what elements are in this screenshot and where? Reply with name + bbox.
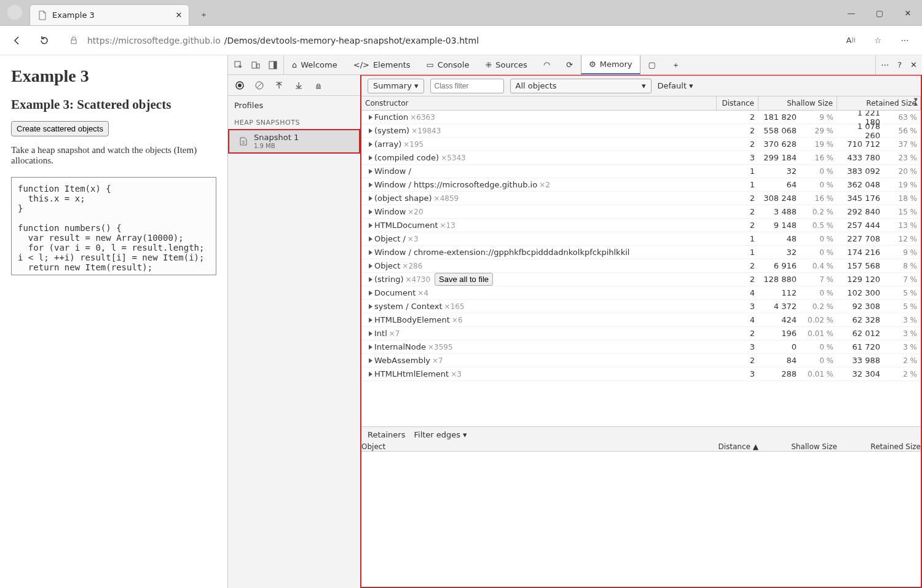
constructor-name: InternalNode xyxy=(374,342,426,351)
tab-console[interactable]: ▭Console xyxy=(419,55,478,74)
retainers-header-retained[interactable]: Retained Size xyxy=(837,442,921,451)
snapshot-item[interactable]: Snapshot 1 1.9 MB xyxy=(228,129,360,154)
table-row[interactable]: (system) ×19843 2 558 068 29 % 1 078 260… xyxy=(361,124,921,138)
devtools-inspect-group xyxy=(228,55,284,74)
header-retained-size[interactable]: Retained Size▼▲ xyxy=(837,96,921,110)
expand-icon[interactable] xyxy=(369,250,372,255)
favorites-icon[interactable]: ☆ xyxy=(867,29,889,52)
expand-icon[interactable] xyxy=(369,331,372,336)
clear-icon[interactable] xyxy=(254,80,265,91)
constructor-name: (string) xyxy=(374,275,403,284)
address-bar[interactable]: https://microsoftedge.github.io/Demos/de… xyxy=(64,31,831,50)
expand-icon[interactable] xyxy=(369,210,372,214)
table-row[interactable]: Object / ×3 1 48 0 % 227 708 12 % xyxy=(361,232,921,246)
profile-avatar-icon[interactable] xyxy=(7,5,22,20)
table-row[interactable]: Window / https://microsoftedge.github.io… xyxy=(361,178,921,192)
tab-performance-icon[interactable]: ⟳ xyxy=(558,55,581,74)
expand-icon[interactable] xyxy=(369,169,372,174)
tab-memory[interactable]: ⚙Memory xyxy=(581,55,640,74)
dock-side-icon[interactable] xyxy=(267,60,278,71)
devtools-more-icon[interactable]: ⋯ xyxy=(881,60,889,69)
constructor-name: HTMLDocument xyxy=(374,221,438,230)
garbage-collect-icon[interactable] xyxy=(313,80,324,91)
record-icon[interactable] xyxy=(234,80,245,91)
window-minimize-button[interactable]: — xyxy=(837,0,865,26)
table-row[interactable]: InternalNode ×3595 3 0 0 % 61 720 3 % xyxy=(361,340,921,354)
browser-tab[interactable]: Example 3 ✕ xyxy=(30,4,189,25)
device-mode-icon[interactable] xyxy=(250,60,261,71)
expand-icon[interactable] xyxy=(369,277,372,282)
expand-icon[interactable] xyxy=(369,142,372,147)
new-tab-button[interactable]: ＋ xyxy=(194,6,213,24)
save-all-to-file-button[interactable]: Save all to file xyxy=(435,273,493,286)
header-shallow-size[interactable]: Shallow Size xyxy=(758,96,837,110)
read-aloud-icon[interactable]: A)) xyxy=(840,29,862,52)
inspect-element-icon[interactable] xyxy=(233,60,244,71)
expand-icon[interactable] xyxy=(369,223,372,228)
retainers-header-distance[interactable]: Distance ▲ xyxy=(704,442,758,451)
expand-icon[interactable] xyxy=(369,115,372,120)
scope-select[interactable]: All objects▾ xyxy=(510,79,652,93)
filter-edges-select[interactable]: Filter edges ▾ xyxy=(414,430,467,439)
table-row[interactable]: (compiled code) ×5343 3 299 184 16 % 433… xyxy=(361,151,921,165)
site-lock-icon[interactable] xyxy=(64,31,84,50)
retained-size-percent: 3 % xyxy=(884,343,921,351)
expand-icon[interactable] xyxy=(369,372,372,377)
table-row[interactable]: (array) ×195 2 370 628 19 % 710 712 37 % xyxy=(361,138,921,151)
table-row[interactable]: HTMLDocument ×13 2 9 148 0.5 % 257 444 1… xyxy=(361,219,921,232)
window-close-button[interactable]: ✕ xyxy=(894,0,922,26)
load-up-icon[interactable] xyxy=(274,80,285,91)
back-button[interactable] xyxy=(6,29,28,52)
retained-size-value: 62 328 xyxy=(837,315,884,324)
expand-icon[interactable] xyxy=(369,358,372,363)
expand-icon[interactable] xyxy=(369,237,372,241)
distance-value: 2 xyxy=(717,261,758,270)
display-select[interactable]: Default ▾ xyxy=(658,81,693,90)
view-select[interactable]: Summary ▾ xyxy=(368,79,424,93)
table-row[interactable]: (object shape) ×4859 2 308 248 16 % 345 … xyxy=(361,192,921,205)
tab-welcome[interactable]: ⌂Welcome xyxy=(284,55,345,74)
expand-icon[interactable] xyxy=(369,264,372,269)
download-icon[interactable] xyxy=(293,80,304,91)
refresh-button[interactable] xyxy=(33,29,55,52)
retainers-header-shallow[interactable]: Shallow Size xyxy=(758,442,837,451)
window-maximize-button[interactable]: ▢ xyxy=(865,0,894,26)
table-row[interactable]: WebAssembly ×7 2 84 0 % 33 988 2 % xyxy=(361,354,921,367)
table-row[interactable]: Intl ×7 2 196 0.01 % 62 012 3 % xyxy=(361,327,921,340)
constructor-table[interactable]: Constructor Distance Shallow Size Retain… xyxy=(361,96,921,426)
tab-network-icon[interactable]: ◠ xyxy=(535,55,558,74)
tab-application-icon[interactable]: ▢ xyxy=(640,55,664,74)
table-row[interactable]: Object ×286 2 6 916 0.4 % 157 568 8 % xyxy=(361,259,921,273)
expand-icon[interactable] xyxy=(369,182,372,187)
table-row[interactable]: Window / chrome-extension://gpphkfbcpidd… xyxy=(361,246,921,259)
expand-icon[interactable] xyxy=(369,345,372,350)
table-row[interactable]: HTMLBodyElement ×6 4 424 0.02 % 62 328 3… xyxy=(361,313,921,327)
table-row[interactable]: Window ×20 2 3 488 0.2 % 292 840 15 % xyxy=(361,205,921,219)
expand-icon[interactable] xyxy=(369,318,372,323)
devtools-tab-bar: ⌂Welcome </>Elements ▭Console ⁜Sources ◠… xyxy=(228,55,922,75)
settings-menu-button[interactable]: ⋯ xyxy=(894,29,916,52)
retainers-header-object[interactable]: Object xyxy=(361,442,704,451)
header-distance[interactable]: Distance xyxy=(717,96,758,110)
tab-add[interactable]: ＋ xyxy=(664,55,688,74)
retainers-label[interactable]: Retainers xyxy=(368,430,405,439)
devtools-close-icon[interactable]: ✕ xyxy=(910,60,917,69)
expand-icon[interactable] xyxy=(369,155,372,160)
table-row[interactable]: (string) ×4730Save all to file 2 128 880… xyxy=(361,273,921,286)
table-row[interactable]: Window / 1 32 0 % 383 092 20 % xyxy=(361,165,921,178)
code-textarea[interactable]: function Item(x) { this.x = x; } functio… xyxy=(11,177,216,275)
devtools-help-icon[interactable]: ? xyxy=(897,60,902,69)
table-row[interactable]: Document ×4 4 112 0 % 102 300 5 % xyxy=(361,286,921,300)
header-constructor[interactable]: Constructor xyxy=(361,96,717,110)
table-row[interactable]: HTMLHtmlElement ×3 3 288 0.01 % 32 304 2… xyxy=(361,367,921,381)
class-filter-input[interactable] xyxy=(430,79,504,93)
expand-icon[interactable] xyxy=(369,128,372,133)
tab-sources[interactable]: ⁜Sources xyxy=(477,55,535,74)
tab-close-icon[interactable]: ✕ xyxy=(174,10,184,20)
expand-icon[interactable] xyxy=(369,291,372,296)
expand-icon[interactable] xyxy=(369,304,372,309)
create-scattered-objects-button[interactable]: Create scattered objects xyxy=(11,121,109,136)
table-row[interactable]: system / Context ×165 3 4 372 0.2 % 92 3… xyxy=(361,300,921,313)
expand-icon[interactable] xyxy=(369,196,372,201)
tab-elements[interactable]: </>Elements xyxy=(345,55,419,74)
